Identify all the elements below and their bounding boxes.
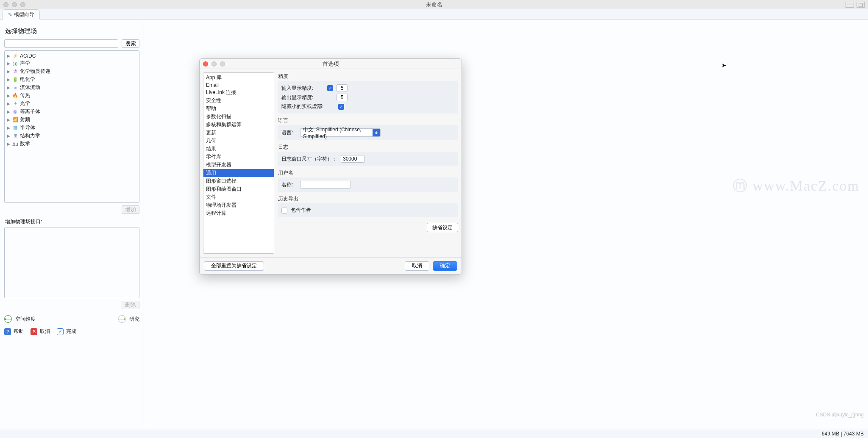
- nav-next-study[interactable]: ⟶ 研究: [118, 315, 139, 323]
- cancel-icon: ✕: [31, 328, 37, 335]
- zoom-icon[interactable]: [20, 2, 25, 7]
- dash-icon[interactable]: —: [846, 2, 854, 8]
- watermark: ⓜ www.MacZ.com: [733, 176, 860, 196]
- expand-icon[interactable]: ▶: [6, 94, 11, 98]
- pref-category-item[interactable]: 结果: [203, 145, 274, 153]
- expand-icon[interactable]: ▶: [6, 142, 11, 146]
- physics-icon: ▦: [12, 125, 18, 130]
- search-input[interactable]: [4, 39, 118, 48]
- done-button[interactable]: ✓ 完成: [57, 328, 76, 335]
- pref-category-item[interactable]: LiveLink 连接: [203, 89, 274, 97]
- physics-icon: 📶: [12, 117, 18, 122]
- output-precision-field[interactable]: [337, 94, 348, 101]
- preferences-pane: 精度 输入显示精度: ✓ 输出显示精度: 隐藏小的实或虚部:: [278, 72, 458, 254]
- minimize-icon[interactable]: [12, 2, 17, 7]
- pref-category-item[interactable]: 物理场开发器: [203, 201, 274, 209]
- expand-icon[interactable]: ▶: [6, 86, 11, 90]
- input-precision-checkbox[interactable]: ✓: [327, 85, 333, 91]
- tree-item[interactable]: ▶⚗化学物质传递: [6, 67, 138, 75]
- cancel-button[interactable]: ✕ 取消: [31, 328, 50, 335]
- expand-icon[interactable]: ▶: [6, 102, 11, 106]
- pref-category-item[interactable]: 参数化扫描: [203, 113, 274, 121]
- tab-model-wizard[interactable]: ✎ 模型向导: [3, 9, 40, 19]
- help-button[interactable]: ? 帮助: [4, 328, 24, 335]
- expand-icon[interactable]: ▶: [6, 61, 11, 66]
- pref-category-item[interactable]: Email: [203, 82, 274, 89]
- added-interfaces-list[interactable]: [4, 227, 139, 298]
- physics-tree[interactable]: ▶⚡AC/DC▶))) 声学▶⚗化学物质传递▶🔋电化学▶≈流体流动▶🔥传热▶✦光…: [4, 50, 139, 203]
- default-settings-button[interactable]: 缺省设定: [427, 223, 458, 232]
- language-select[interactable]: 中文, Simplified (Chinese, Simplified): [300, 128, 381, 137]
- precision-heading: 精度: [278, 73, 458, 80]
- physics-icon: ⚗: [12, 69, 18, 74]
- pref-category-item[interactable]: 多核和集群运算: [203, 121, 274, 129]
- pref-category-item[interactable]: App 库: [203, 74, 274, 82]
- dialog-close-icon[interactable]: [203, 61, 208, 67]
- log-size-field[interactable]: [341, 155, 364, 163]
- expand-icon[interactable]: ▶: [6, 110, 11, 114]
- nav-prev-space[interactable]: ⟵ 空间维度: [4, 315, 36, 323]
- tree-item[interactable]: ▶🔥传热: [6, 91, 138, 100]
- tree-item[interactable]: ▶🔋电化学: [6, 75, 138, 83]
- physics-icon: 🔥: [12, 93, 18, 98]
- tree-item[interactable]: ▶📶射频: [6, 116, 138, 124]
- pref-category-item[interactable]: 文件: [203, 193, 274, 201]
- check-icon: ✓: [57, 328, 64, 335]
- tree-item[interactable]: ▶✦光学: [6, 100, 138, 108]
- tree-item[interactable]: ▶◎等离子体: [6, 108, 138, 116]
- hide-small-checkbox[interactable]: ✓: [338, 104, 344, 110]
- tree-item[interactable]: ▶Δu数学: [6, 140, 138, 148]
- tree-label: 光学: [20, 100, 30, 107]
- tree-label: 电化学: [20, 76, 35, 83]
- close-icon[interactable]: [3, 2, 8, 7]
- memory-status: 649 MB | 7643 MB: [822, 431, 864, 437]
- pref-category-item[interactable]: 安全性: [203, 97, 274, 105]
- tree-item[interactable]: ▶))) 声学: [6, 59, 138, 67]
- include-author-checkbox[interactable]: [281, 208, 287, 213]
- dialog-zoom-icon: [220, 61, 225, 67]
- dialog-title: 首选项: [200, 60, 462, 68]
- pref-category-item[interactable]: 几何: [203, 137, 274, 145]
- username-field[interactable]: [300, 181, 351, 189]
- expand-icon[interactable]: ▶: [6, 69, 11, 74]
- pref-category-item[interactable]: 远程计算: [203, 209, 274, 217]
- arrow-left-icon: ⟵: [4, 315, 12, 323]
- username-heading: 用户名: [278, 169, 458, 177]
- pref-category-item[interactable]: 模型开发器: [203, 161, 274, 169]
- dialog-cancel-button[interactable]: 取消: [405, 261, 429, 271]
- left-panel: 选择物理场 搜索 ▶⚡AC/DC▶))) 声学▶⚗化学物质传递▶🔋电化学▶≈流体…: [0, 19, 144, 429]
- add-physics-button[interactable]: 增加: [122, 205, 139, 214]
- expand-icon[interactable]: ▶: [6, 54, 11, 58]
- dialog-ok-button[interactable]: 确定: [433, 261, 457, 271]
- tree-item[interactable]: ▶⚡AC/DC: [6, 53, 138, 59]
- preferences-category-list[interactable]: App 库EmailLiveLink 连接安全性帮助参数化扫描多核和集群运算更新…: [203, 72, 274, 254]
- window-layout-buttons[interactable]: — ▢: [846, 2, 865, 8]
- tree-item[interactable]: ▶⊞结构力学: [6, 132, 138, 140]
- expand-icon[interactable]: ▶: [6, 78, 11, 82]
- tree-item[interactable]: ▶▦半导体: [6, 124, 138, 132]
- physics-icon: ⚡: [12, 53, 18, 59]
- tree-item[interactable]: ▶≈流体流动: [6, 83, 138, 91]
- remove-button[interactable]: 删除: [122, 301, 139, 309]
- physics-icon: ⊞: [12, 133, 18, 139]
- search-button[interactable]: 搜索: [122, 39, 139, 48]
- square-icon[interactable]: ▢: [857, 2, 865, 8]
- physics-icon: ✦: [12, 101, 18, 106]
- pref-category-item[interactable]: 更新: [203, 129, 274, 137]
- input-precision-field[interactable]: [337, 84, 348, 92]
- reset-all-button[interactable]: 全部重置为缺省设定: [204, 261, 264, 271]
- added-interfaces-label: 增加物理场接口:: [5, 218, 139, 225]
- pref-category-item[interactable]: 帮助: [203, 105, 274, 113]
- chevron-updown-icon: [373, 129, 380, 136]
- expand-icon[interactable]: ▶: [6, 126, 11, 130]
- expand-icon[interactable]: ▶: [6, 134, 11, 138]
- pref-category-item[interactable]: 图形窗口选择: [203, 177, 274, 185]
- window-traffic-lights[interactable]: [3, 2, 25, 7]
- tab-label: 模型向导: [14, 11, 34, 18]
- pref-category-item[interactable]: 零件库: [203, 153, 274, 161]
- pref-category-item[interactable]: 通用: [203, 169, 274, 177]
- expand-icon[interactable]: ▶: [6, 118, 11, 122]
- magic-wand-icon: ✎: [8, 12, 12, 18]
- pref-category-item[interactable]: 图形和绘图窗口: [203, 185, 274, 193]
- include-author-label: 包含作者: [291, 207, 311, 214]
